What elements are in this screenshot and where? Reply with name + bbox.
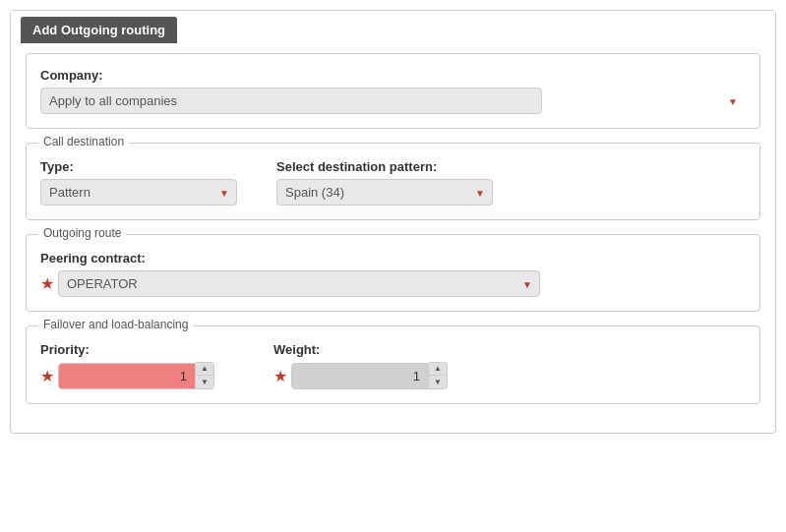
priority-up-button[interactable]: ▲: [196, 363, 213, 376]
outgoing-route-legend: Outgoing route: [38, 226, 126, 240]
outgoing-route-section: Outgoing route Peering contract: ★ OPERA…: [26, 234, 760, 312]
company-section: Company: Apply to all companies ▼: [26, 53, 760, 129]
priority-down-button[interactable]: ▼: [196, 376, 213, 388]
call-destination-legend: Call destination: [38, 135, 129, 148]
weight-input-row: ★ ▲ ▼: [273, 362, 448, 389]
peering-required-star: ★: [40, 274, 54, 293]
destination-label: Select destination pattern:: [276, 159, 493, 174]
destination-field-group: Select destination pattern: Spain (34) ▼: [276, 159, 493, 206]
call-destination-section: Call destination Type: Pattern ▼ Select …: [26, 143, 760, 220]
peering-row: ★ OPERATOR ▼: [40, 270, 746, 297]
failover-row: Priority: ★ ▲ ▼ Weight:: [40, 342, 746, 389]
call-destination-fields: Type: Pattern ▼ Select destination patte…: [40, 159, 746, 206]
destination-select-wrapper: Spain (34) ▼: [276, 179, 493, 206]
weight-up-button[interactable]: ▲: [429, 363, 447, 376]
destination-select[interactable]: Spain (34): [276, 179, 493, 206]
priority-spinner-buttons: ▲ ▼: [196, 362, 214, 389]
peering-label: Peering contract:: [40, 251, 746, 266]
type-select[interactable]: Pattern: [40, 179, 237, 206]
weight-down-button[interactable]: ▼: [429, 376, 447, 388]
priority-spinner: ▲ ▼: [58, 362, 214, 389]
peering-select[interactable]: OPERATOR: [58, 270, 540, 297]
weight-input[interactable]: [291, 363, 429, 389]
company-select-wrapper: Apply to all companies ▼: [40, 88, 746, 114]
weight-required-star: ★: [273, 367, 287, 385]
main-container: Add Outgoing routing Company: Apply to a…: [10, 10, 776, 434]
type-label: Type:: [40, 159, 237, 174]
page-title: Add Outgoing routing: [21, 17, 177, 43]
priority-required-star: ★: [40, 367, 54, 385]
priority-field-group: Priority: ★ ▲ ▼: [40, 342, 214, 389]
weight-spinner: ▲ ▼: [291, 362, 448, 389]
failover-legend: Failover and load-balancing: [38, 318, 193, 331]
company-select[interactable]: Apply to all companies: [40, 88, 542, 114]
type-select-wrapper: Pattern ▼: [40, 179, 237, 206]
title-bar: Add Outgoing routing: [11, 11, 775, 43]
priority-input[interactable]: [58, 363, 196, 389]
company-label: Company:: [40, 68, 746, 83]
content-area: Company: Apply to all companies ▼ Call d…: [11, 43, 775, 433]
weight-spinner-buttons: ▲ ▼: [429, 362, 448, 389]
company-dropdown-arrow: ▼: [728, 95, 738, 106]
peering-select-wrapper: OPERATOR ▼: [58, 270, 540, 297]
weight-label: Weight:: [273, 342, 448, 357]
type-field-group: Type: Pattern ▼: [40, 159, 237, 206]
priority-input-row: ★ ▲ ▼: [40, 362, 214, 389]
failover-section: Failover and load-balancing Priority: ★ …: [26, 325, 760, 404]
weight-field-group: Weight: ★ ▲ ▼: [273, 342, 448, 389]
priority-label: Priority:: [40, 342, 214, 357]
